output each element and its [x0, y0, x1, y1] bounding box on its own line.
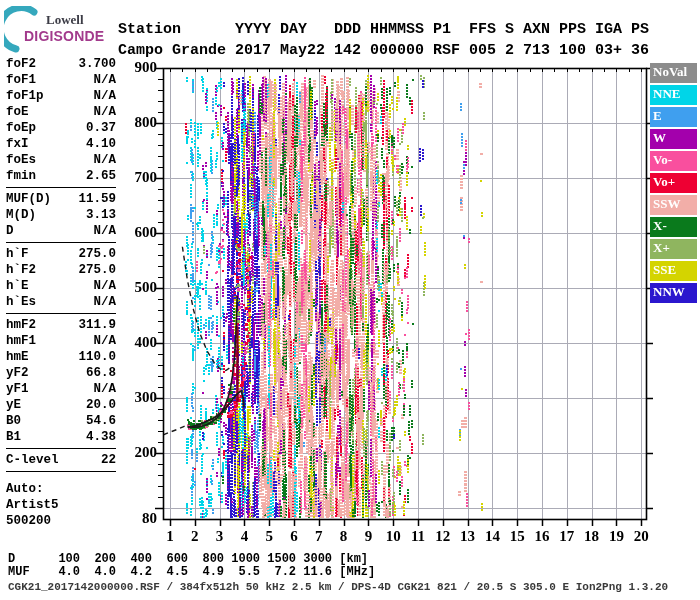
y-tick-label: 80	[123, 510, 157, 527]
param-value: N/A	[93, 381, 116, 397]
x-tick-label: 4	[231, 528, 257, 545]
param-value: 11.59	[78, 191, 116, 207]
param-row: h`EN/A	[6, 278, 116, 294]
x-tick-label: 6	[281, 528, 307, 545]
x-tick-label: 10	[380, 528, 406, 545]
param-value: N/A	[93, 72, 116, 88]
param-value: 20.0	[86, 397, 116, 413]
y-tick-label: 600	[123, 224, 157, 241]
param-separator	[6, 187, 116, 188]
legend-item-vo-: Vo-	[650, 151, 697, 171]
header-line1: Station YYYY DAY DDD HHMMSS P1 FFS S AXN…	[118, 21, 649, 38]
param-value: 66.8	[86, 365, 116, 381]
legend-label: SSW	[653, 196, 680, 212]
param-row: fxI4.10	[6, 136, 116, 152]
param-label: hmF2	[6, 317, 36, 333]
param-row: hmF2311.9	[6, 317, 116, 333]
param-value: 4.10	[86, 136, 116, 152]
param-label: B1	[6, 429, 21, 445]
y-tick-label: 700	[123, 169, 157, 186]
param-row: h`EsN/A	[6, 294, 116, 310]
param-label: h`F	[6, 246, 29, 262]
param-row: foF1N/A	[6, 72, 116, 88]
param-value: 4.38	[86, 429, 116, 445]
x-tick-label: 13	[455, 528, 481, 545]
param-row: MUF(D)11.59	[6, 191, 116, 207]
doppler-direction-legend: NoValNNEEWVo-Vo+SSWX-X+SSENNW	[650, 63, 697, 305]
legend-label: NNE	[653, 86, 680, 102]
x-tick-label: 8	[331, 528, 357, 545]
param-value: N/A	[93, 294, 116, 310]
param-row: foEsN/A	[6, 152, 116, 168]
param-label: h`Es	[6, 294, 36, 310]
param-value: 2.65	[86, 168, 116, 184]
y-tick-label: 800	[123, 114, 157, 131]
param-label: h`F2	[6, 262, 36, 278]
param-label: h`E	[6, 278, 29, 294]
param-row: foEp0.37	[6, 120, 116, 136]
legend-label: SSE	[653, 262, 676, 278]
x-tick-label: 3	[207, 528, 233, 545]
param-value: 0.37	[86, 120, 116, 136]
legend-label: NNW	[653, 284, 685, 300]
x-tick-label: 15	[504, 528, 530, 545]
y-tick-label: 400	[123, 334, 157, 351]
param-label: hmE	[6, 349, 29, 365]
legend-label: Vo+	[653, 174, 675, 190]
logo-lowell-text: Lowell	[46, 12, 84, 28]
y-tick-label: 200	[123, 444, 157, 461]
param-row: yE20.0	[6, 397, 116, 413]
param-row: foF1pN/A	[6, 88, 116, 104]
param-label: foEs	[6, 152, 36, 168]
param-value: 275.0	[78, 262, 116, 278]
param-value: N/A	[93, 88, 116, 104]
param-label: D	[6, 223, 14, 239]
param-row: h`F2275.0	[6, 262, 116, 278]
muf-row: MUF 4.0 4.0 4.2 4.5 4.9 5.5 7.2 11.6 [MH…	[8, 566, 375, 579]
legend-item-sse: SSE	[650, 261, 697, 281]
param-row: B14.38	[6, 429, 116, 445]
parameter-panel: foF23.700foF1N/AfoF1pN/AfoEN/AfoEp0.37fx…	[6, 56, 116, 529]
x-tick-label: 12	[430, 528, 456, 545]
param-value: N/A	[93, 278, 116, 294]
y-tick-label: 900	[123, 59, 157, 76]
param-row: hmF1N/A	[6, 333, 116, 349]
param-value: N/A	[93, 333, 116, 349]
param-label: yF1	[6, 381, 29, 397]
autoscaling-line: 500200	[6, 513, 116, 529]
param-value: 275.0	[78, 246, 116, 262]
param-separator	[6, 242, 116, 243]
param-row: foEN/A	[6, 104, 116, 120]
x-tick-label: 17	[554, 528, 580, 545]
legend-label: NoVal	[653, 64, 687, 80]
param-label: foF1p	[6, 88, 44, 104]
param-separator	[6, 471, 116, 472]
param-value: N/A	[93, 152, 116, 168]
param-value: N/A	[93, 223, 116, 239]
legend-label: X-	[653, 218, 667, 234]
param-label: hmF1	[6, 333, 36, 349]
legend-item-x-: X-	[650, 217, 697, 237]
param-value: 22	[101, 452, 116, 468]
x-tick-label: 19	[603, 528, 629, 545]
x-tick-label: 16	[529, 528, 555, 545]
y-tick-label: 500	[123, 279, 157, 296]
legend-item-w: W	[650, 129, 697, 149]
param-row: B054.6	[6, 413, 116, 429]
x-tick-label: 14	[479, 528, 505, 545]
param-row: M(D)3.13	[6, 207, 116, 223]
param-separator	[6, 448, 116, 449]
ionogram-window: Lowell DIGISONDE Station YYYY DAY DDD HH…	[0, 0, 700, 600]
param-row: foF23.700	[6, 56, 116, 72]
legend-label: X+	[653, 240, 670, 256]
legend-item-ssw: SSW	[650, 195, 697, 215]
legend-item-nnw: NNW	[650, 283, 697, 303]
lowell-digisonde-logo: Lowell DIGISONDE	[4, 6, 122, 56]
param-label: yF2	[6, 365, 29, 381]
x-tick-label: 1	[157, 528, 183, 545]
x-tick-label: 20	[628, 528, 654, 545]
param-row: fmin2.65	[6, 168, 116, 184]
x-tick-label: 18	[579, 528, 605, 545]
param-label: fmin	[6, 168, 36, 184]
param-row: h`F275.0	[6, 246, 116, 262]
